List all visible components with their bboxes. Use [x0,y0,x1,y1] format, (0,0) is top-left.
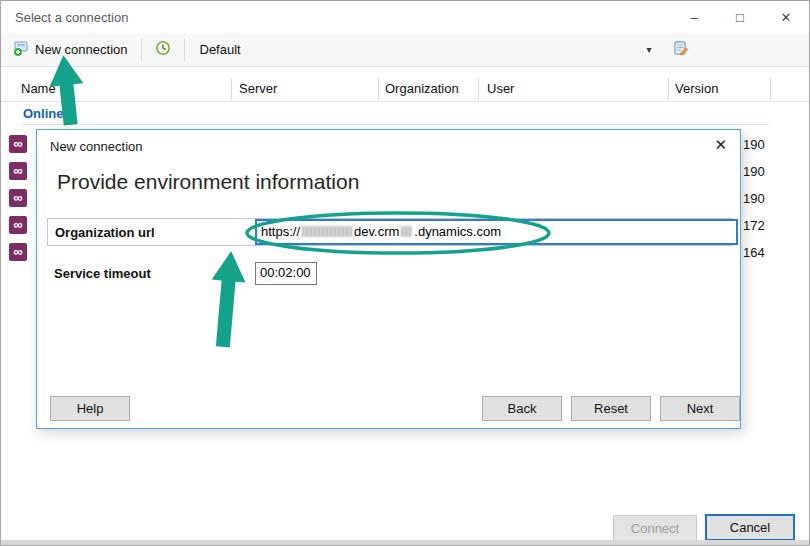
window-controls: – □ ✕ [671,1,809,33]
reset-button[interactable]: Reset [571,396,651,421]
connection-icon: ∞ [9,216,27,234]
column-divider [770,78,771,100]
service-timeout-input[interactable]: 00:02:00 [255,262,317,285]
toolbar-separator [184,39,185,61]
service-timeout-label: Service timeout [54,266,151,281]
chevron-down-icon: ▾ [646,44,651,55]
column-header-organization[interactable]: Organization [385,81,459,96]
title-bar: Select a connection – □ ✕ [1,1,809,33]
window-title: Select a connection [15,10,128,25]
edit-icon [673,40,689,59]
column-divider [668,78,669,100]
window-bottom-strip [1,540,809,545]
column-divider [378,78,379,100]
column-header-user[interactable]: User [487,81,514,96]
row-version: 190 [743,191,765,206]
column-header-version[interactable]: Version [675,81,718,96]
dialog-title: New connection [50,139,143,154]
back-button[interactable]: Back [482,396,562,421]
help-button[interactable]: Help [50,396,130,421]
row-version: 172 [743,218,765,233]
select-connection-window: Select a connection – □ ✕ New connection [0,0,810,546]
new-connection-dialog: New connection ✕ Provide environment inf… [36,129,741,429]
minimize-button[interactable]: – [671,1,717,33]
organization-url-label: Organization url [55,225,155,240]
column-header-server[interactable]: Server [239,81,277,96]
maximize-button[interactable]: □ [717,1,763,33]
group-header-online[interactable]: Online [23,106,63,121]
redacted-text [401,226,412,237]
profile-dropdown[interactable]: Default ▾ [192,37,660,63]
row-version: 190 [743,137,765,152]
cancel-button[interactable]: Cancel [705,514,795,541]
column-divider [478,78,479,100]
new-connection-icon [13,40,29,59]
connection-history-button[interactable] [149,37,177,62]
group-underline [21,124,769,125]
clock-icon [155,40,171,59]
edit-profile-button[interactable] [667,37,695,62]
dialog-heading: Provide environment information [57,170,359,194]
row-version: 190 [743,164,765,179]
column-header-name[interactable]: Name [21,81,56,96]
connection-icon: ∞ [9,189,27,207]
toolbar: New connection Default ▾ [1,33,809,67]
toolbar-separator [141,39,142,61]
close-button[interactable]: ✕ [763,1,809,33]
redacted-text [302,226,352,237]
connection-icon: ∞ [9,135,27,153]
column-divider [231,78,232,100]
row-version: 164 [743,245,765,260]
profile-dropdown-value: Default [200,42,241,57]
organization-url-input[interactable]: https://dev.crm.dynamics.com [255,219,738,245]
new-connection-label: New connection [35,42,128,57]
url-suffix: .dynamics.com [414,224,501,239]
header-divider [1,101,809,102]
new-connection-button[interactable]: New connection [7,37,134,62]
url-mid: dev.crm [354,224,399,239]
connection-icon: ∞ [9,162,27,180]
dialog-close-icon[interactable]: ✕ [714,136,727,154]
connect-button: Connect [613,515,697,541]
connection-icon: ∞ [9,243,27,261]
url-prefix: https:// [261,224,300,239]
next-button[interactable]: Next [660,396,740,421]
